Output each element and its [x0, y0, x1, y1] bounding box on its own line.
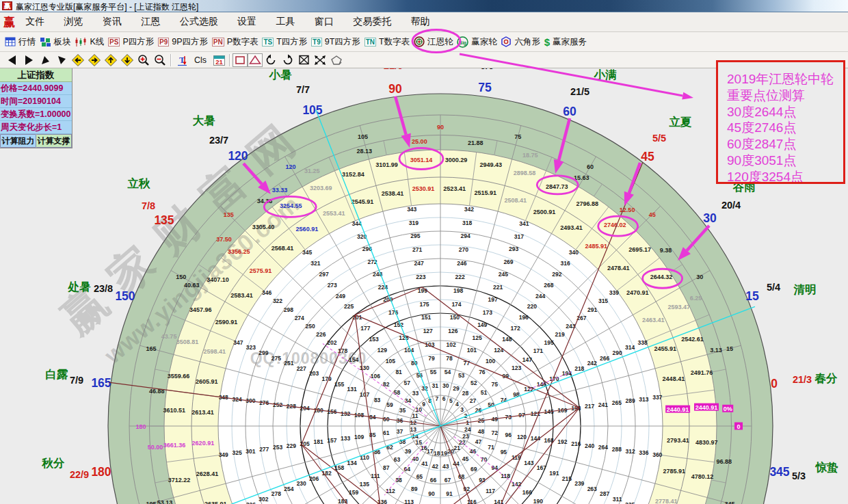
nav-up-skew-button[interactable] — [37, 53, 53, 68]
wheel-text: 20/4 — [721, 200, 741, 211]
wheel-text: 239 — [574, 480, 584, 487]
menu-item-news[interactable]: 资讯 — [93, 16, 131, 28]
menu-item-formula-select[interactable]: 公式选股 — [170, 16, 228, 28]
wheel-text: 326 — [246, 501, 256, 504]
wheel-text: 69 — [471, 466, 477, 473]
menu-item-help[interactable]: 帮助 — [401, 16, 439, 28]
menu-item-file[interactable]: 文件 — [16, 16, 54, 28]
p9-square-button[interactable]: P9 9P四方形 — [156, 32, 210, 51]
p-square-button[interactable]: PS P四方形 — [106, 32, 156, 51]
menu-item-browse[interactable]: 浏览 — [54, 16, 92, 28]
p-table-button[interactable]: PN P数字表 — [210, 32, 261, 51]
diamond-right-button[interactable] — [86, 53, 103, 68]
menu-item-window[interactable]: 窗口 — [305, 16, 343, 28]
blocks-button[interactable]: 板块 — [38, 32, 73, 51]
wheel-text: 3508.81 — [176, 339, 199, 345]
wheel-text: 250 — [306, 323, 315, 330]
triangle-tool-button[interactable] — [248, 53, 263, 67]
wheel-text: 180 — [135, 423, 146, 430]
wheel-text: 322 — [273, 297, 282, 304]
menu-item-gann[interactable]: 江恩 — [131, 16, 170, 28]
ps-badge-icon: PS — [108, 38, 120, 47]
wheel-text: 240 — [585, 442, 594, 449]
kline-button[interactable]: K线 — [73, 32, 107, 51]
wheel-text: 247 — [414, 260, 424, 267]
cls-button[interactable]: Cls — [190, 53, 211, 68]
wheel-text: 301 — [246, 448, 255, 455]
wheel-text: 195 — [146, 501, 156, 504]
wheel-text: 78 — [446, 355, 453, 362]
wheel-text: 90 — [428, 490, 435, 497]
winner-wheel-button[interactable]: Big 赢家轮 — [455, 32, 499, 51]
hexagon-button[interactable]: 六角形 — [499, 32, 542, 51]
nav-down-skew-button[interactable] — [53, 53, 70, 68]
wheel-text: 120 — [285, 163, 295, 170]
menu-item-settings[interactable]: 设置 — [228, 16, 266, 28]
wheel-text: 153 — [369, 336, 379, 343]
kline-icon — [75, 37, 87, 47]
blocks-icon — [40, 37, 51, 47]
wheel-text: 37.50 — [216, 236, 232, 243]
wheel-text: 2448.41 — [663, 375, 685, 382]
gann-wheel-button[interactable]: 江恩轮 — [412, 32, 455, 51]
wheel-text: 2593.47 — [667, 304, 690, 310]
wheel-text: 216 — [571, 440, 581, 447]
wheel-text: 298 — [284, 306, 293, 313]
wheel-text: 2542.61 — [681, 336, 704, 343]
nav-right-button[interactable] — [21, 53, 37, 68]
wheel-text: 清明 — [793, 283, 817, 295]
wheel-text: 19 — [440, 450, 447, 457]
nav-left-button[interactable] — [4, 53, 21, 68]
wheel-text: 3101.99 — [375, 161, 398, 168]
wheel-text: 小满 — [594, 68, 618, 81]
wheel-text: 76 — [479, 369, 486, 375]
zoom-in-button[interactable] — [135, 53, 152, 68]
wheel-text: 339 — [609, 289, 619, 296]
quotes-button[interactable]: 行情 — [3, 32, 38, 51]
wheel-text: 45 — [641, 150, 654, 163]
time-axis-button[interactable]: T — [174, 53, 190, 68]
menu-item-trade[interactable]: 交易委托 — [343, 16, 401, 28]
wheel-text: 3407.10 — [207, 276, 229, 283]
rotate-ccw-button[interactable] — [263, 53, 279, 68]
rect-tool-button[interactable] — [233, 53, 248, 67]
diamond-down-button[interactable] — [119, 53, 135, 68]
wheel-text: 2463.41 — [642, 317, 665, 323]
t-square-button[interactable]: TS T四方形 — [261, 32, 310, 51]
wheel-text: 291 — [587, 306, 597, 313]
t9-square-button[interactable]: T9 9T四方形 — [309, 32, 362, 51]
t-table-button[interactable]: TN T数字表 — [362, 32, 412, 51]
toolbar-separator — [229, 54, 230, 66]
window-title: 赢家江恩专业版[赢家服务平台] - [上证指数 江恩轮] — [16, 1, 198, 13]
wheel-text: 143 — [524, 460, 533, 466]
wheel-text: 117 — [486, 488, 495, 494]
calc-resistance-button[interactable]: 计算阻力 — [0, 134, 36, 148]
wheel-text: 318 — [462, 220, 472, 226]
polygon-tool-button[interactable] — [328, 53, 345, 68]
box-x-tool-button[interactable] — [295, 53, 312, 68]
calendar-button[interactable]: 21 — [211, 53, 227, 68]
calc-support-button[interactable]: 计算支撑 — [36, 134, 72, 148]
wheel-text: 91 — [446, 490, 453, 497]
winner-service-button[interactable]: $ 赢家服务 — [542, 32, 589, 51]
wheel-text: 9 — [422, 401, 425, 408]
wheel-text: 299 — [259, 349, 268, 356]
wheel-text: 120 — [517, 434, 527, 440]
wheel-text: 109 — [354, 434, 364, 440]
rotate-cw-button[interactable] — [279, 53, 295, 68]
scale-tool-button[interactable] — [312, 53, 328, 68]
dollar-icon: $ — [544, 36, 550, 48]
price-row: 价格=2440.9099 — [0, 82, 72, 95]
wheel-text: 131 — [347, 386, 357, 393]
wheel-text: 3.13 — [710, 347, 722, 354]
diamond-up-button[interactable] — [103, 53, 119, 68]
menu-item-tools[interactable]: 工具 — [266, 16, 304, 28]
wheel-text: 31.25 — [304, 168, 320, 174]
zoom-out-button[interactable] — [152, 53, 168, 68]
wheel-text: 226 — [316, 331, 326, 338]
wheel-text: 83 — [374, 397, 381, 403]
wheel-text: 116 — [467, 499, 477, 504]
wheel-text: 3 — [460, 406, 464, 413]
diamond-left-button[interactable] — [70, 53, 86, 68]
wheel-text: 6/6 — [480, 68, 494, 71]
